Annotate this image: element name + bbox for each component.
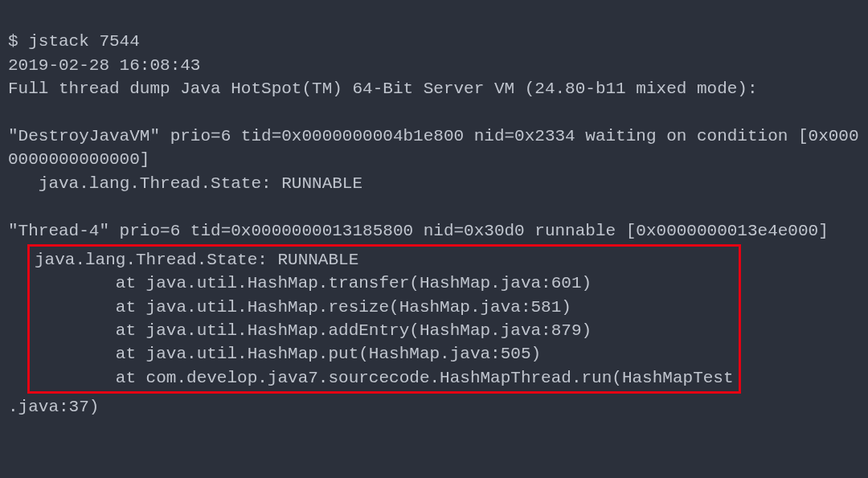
stack-frame-put: at java.util.HashMap.put(HashMap.java:50… <box>35 345 541 363</box>
command-line: $ jstack 7544 <box>8 32 140 51</box>
stack-frame-addentry: at java.util.HashMap.addEntry(HashMap.ja… <box>35 321 592 340</box>
dump-header: Full thread dump Java HotSpot(TM) 64-Bit… <box>8 80 758 98</box>
stack-frame-resize: at java.util.HashMap.resize(HashMap.java… <box>35 298 571 317</box>
thread-4-header: "Thread-4" prio=6 tid=0x0000000013185800… <box>8 222 829 240</box>
stack-frame-hashmapthread: at com.develop.java7.sourcecode.HashMapT… <box>35 369 734 387</box>
thread-4-state: java.lang.Thread.State: RUNNABLE <box>35 251 358 269</box>
thread-state-runnable: java.lang.Thread.State: RUNNABLE <box>8 174 362 193</box>
terminal-output: $ jstack 7544 2019-02-28 16:08:43 Full t… <box>8 6 860 419</box>
stack-frame-transfer: at java.util.HashMap.transfer(HashMap.ja… <box>35 274 592 292</box>
timestamp-line: 2019-02-28 16:08:43 <box>8 56 200 75</box>
thread-destroyjavavm: "DestroyJavaVM" prio=6 tid=0x0000000004b… <box>8 127 859 169</box>
stack-trace-highlight-box: java.lang.Thread.State: RUNNABLE at java… <box>27 244 741 394</box>
stack-frame-trailing: .java:37) <box>8 398 99 416</box>
